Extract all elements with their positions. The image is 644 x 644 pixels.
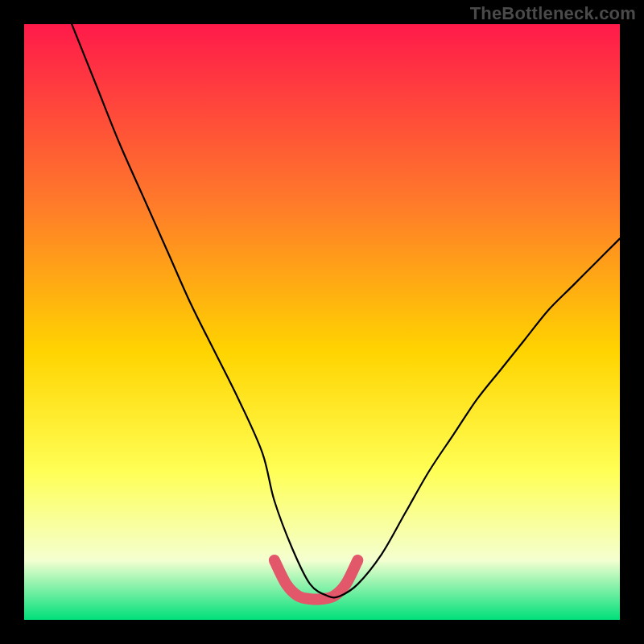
chart-curve-layer bbox=[24, 24, 620, 620]
bottleneck-curve bbox=[72, 24, 620, 597]
attribution-label: TheBottleneck.com bbox=[470, 3, 636, 24]
plot-area bbox=[24, 24, 620, 620]
chart-frame: TheBottleneck.com bbox=[0, 0, 644, 644]
